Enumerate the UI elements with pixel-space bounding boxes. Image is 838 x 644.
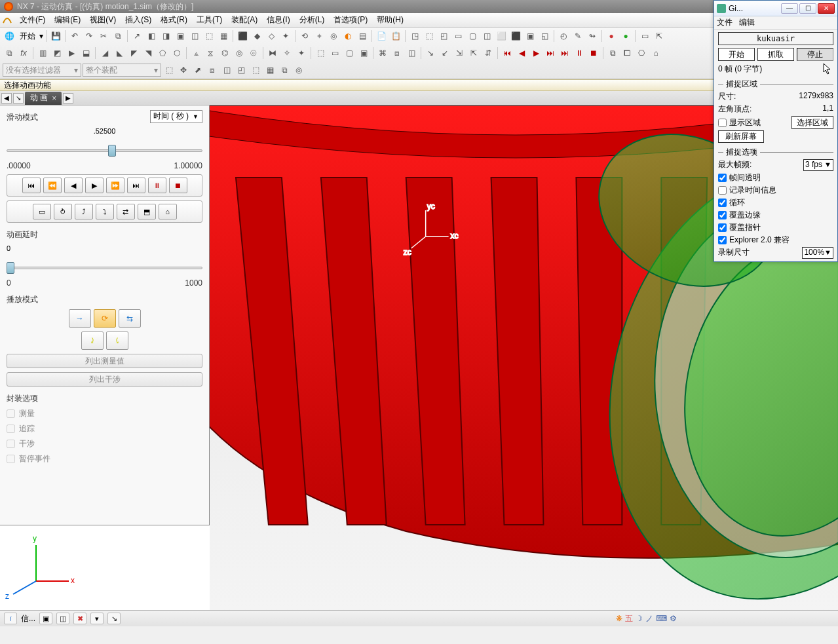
tool-icon[interactable]: ⬡ [170, 47, 183, 60]
tool-icon[interactable]: ⌬ [218, 47, 231, 60]
tool-icon[interactable]: ◨ [159, 29, 172, 43]
tool-icon[interactable]: ▢ [466, 29, 479, 43]
pause-button[interactable]: ⏸ [148, 178, 166, 193]
pause-icon[interactable]: ⏸ [573, 47, 586, 60]
check-trace[interactable]: 追踪 [7, 423, 202, 434]
tool-icon[interactable]: ⬚ [423, 29, 436, 43]
info-chip[interactable]: i [4, 613, 17, 624]
tool-icon[interactable]: ◣ [113, 47, 126, 60]
redo-icon[interactable]: ↷ [83, 29, 96, 43]
tool-icon[interactable]: ⧉ [3, 47, 16, 60]
menu-assembly[interactable]: 装配(A) [227, 13, 261, 27]
menu-edit[interactable]: 编辑(E) [50, 13, 85, 27]
tool-icon[interactable]: ⧖ [204, 47, 217, 60]
tool-icon[interactable]: ⬠ [156, 47, 169, 60]
last-icon[interactable]: ⏭ [558, 47, 571, 60]
tool-icon[interactable]: ▣ [174, 29, 187, 43]
gif-recorder-window[interactable]: Gi... — ☐ ✕ 文件 编辑 kukuasir 开始 抓取 停止 0 帧 … [714, 0, 838, 262]
tab-next[interactable]: ▶ [63, 93, 73, 104]
tool-icon[interactable]: ▭ [638, 29, 651, 43]
record-stop-button[interactable]: 停止 [797, 48, 833, 61]
option-button[interactable]: ⌂ [159, 204, 177, 219]
tool-icon[interactable]: ▶ [65, 47, 78, 60]
status-chip[interactable]: ▣ [39, 613, 52, 624]
next-icon[interactable]: ⏭ [544, 47, 557, 60]
tool-icon[interactable]: fx [17, 47, 30, 60]
play-loop-button[interactable]: ⟳ [94, 309, 116, 328]
opt-cover-pointer[interactable]: 覆盖指针 [718, 222, 833, 233]
selection-filter-combo[interactable]: 没有选择过滤器▾ [3, 64, 81, 77]
tool-icon[interactable]: ⬈ [191, 64, 204, 77]
tool-icon[interactable]: ✦ [295, 47, 308, 60]
option-button[interactable]: ⥁ [54, 204, 72, 219]
status-chip[interactable]: ◫ [56, 613, 69, 624]
tool-icon[interactable]: ↬ [586, 29, 599, 43]
gif-menu-edit[interactable]: 编辑 [739, 17, 755, 28]
opt-explorer[interactable]: Explorer 2.0 兼容 [718, 235, 833, 246]
tab-pin-icon[interactable]: ↘ [13, 93, 24, 104]
tool-icon[interactable]: ◧ [145, 29, 158, 43]
tool-icon[interactable]: ◰ [235, 64, 248, 77]
tool-icon[interactable]: ▣ [357, 47, 370, 60]
opt-record-time[interactable]: 记录时间信息 [718, 185, 833, 196]
close-icon[interactable]: × [52, 94, 56, 103]
menu-view[interactable]: 视图(V) [86, 13, 120, 27]
cut-icon[interactable]: ✂ [97, 29, 110, 43]
trace-button-1[interactable]: ⤸ [81, 331, 104, 350]
tool-icon[interactable]: ⬚ [162, 64, 176, 77]
tool-icon[interactable]: ⬚ [202, 29, 216, 43]
list-measure-button[interactable]: 列出测量值 [7, 354, 202, 368]
show-area-check[interactable]: 显示区域 [718, 116, 761, 129]
tab-prev[interactable]: ◀ [1, 93, 12, 104]
tool-icon[interactable]: ◴ [557, 29, 570, 43]
tool-icon[interactable]: ⬜ [495, 29, 508, 43]
delay-slider[interactable] [7, 256, 202, 275]
check-interference[interactable]: 干涉 [7, 438, 202, 449]
option-button[interactable]: ⬒ [138, 204, 156, 219]
scope-combo[interactable]: 整个装配▾ [83, 64, 161, 77]
tool-icon[interactable]: ◆ [250, 29, 263, 43]
globe-icon[interactable]: 🌐 [3, 29, 16, 43]
tool-icon[interactable]: ⟲ [298, 29, 311, 43]
tool-icon[interactable]: ◐ [341, 29, 354, 43]
trace-button-2[interactable]: ⤹ [106, 331, 128, 350]
tool-icon[interactable]: ⦾ [247, 47, 260, 60]
refresh-screen-button[interactable]: 刷新屏幕 [718, 130, 764, 143]
tool-icon[interactable]: ◫ [480, 29, 493, 43]
status-chip[interactable]: ✖ [73, 613, 86, 624]
tool-icon[interactable]: ▭ [451, 29, 465, 43]
goto-start-button[interactable]: ⏮ [22, 178, 41, 193]
tool-icon[interactable]: ⧠ [620, 47, 634, 60]
tool-icon[interactable]: ● [605, 29, 618, 43]
tool-icon[interactable]: ▦ [217, 29, 230, 43]
save-icon[interactable]: 💾 [49, 29, 62, 43]
tool-icon[interactable]: ◫ [220, 64, 233, 77]
tool-icon[interactable]: ⇲ [453, 47, 466, 60]
play-forward-button[interactable]: ▶ [85, 178, 104, 193]
menu-help[interactable]: 帮助(H) [373, 13, 408, 27]
check-pause-events[interactable]: 暂停事件 [7, 453, 202, 464]
tool-icon[interactable]: ⇱ [467, 47, 480, 60]
opt-loop[interactable]: 循环 [718, 197, 833, 208]
tool-icon[interactable]: ▤ [356, 29, 369, 43]
tool-icon[interactable]: ↙ [438, 47, 451, 60]
first-icon[interactable]: ⏮ [501, 47, 514, 60]
record-size-combo[interactable]: 100%▼ [802, 247, 833, 259]
tool-icon[interactable]: ▢ [343, 47, 356, 60]
prev-icon[interactable]: ◀ [515, 47, 528, 60]
tool-icon[interactable]: ↘ [424, 47, 437, 60]
tool-icon[interactable]: ✦ [279, 29, 292, 43]
tool-icon[interactable]: ⬚ [249, 64, 262, 77]
menu-insert[interactable]: 插入(S) [121, 13, 155, 27]
tool-icon[interactable]: ◳ [408, 29, 421, 43]
menu-format[interactable]: 格式(R) [157, 13, 191, 27]
tool-icon[interactable]: ◰ [437, 29, 450, 43]
maximize-button[interactable]: ☐ [799, 3, 816, 14]
gif-title-bar[interactable]: Gi... — ☐ ✕ [714, 1, 837, 16]
copy-icon[interactable]: ⧉ [111, 29, 124, 43]
record-grab-button[interactable]: 抓取 [757, 48, 794, 61]
step-back-button[interactable]: ⏪ [43, 178, 62, 193]
play-pingpong-button[interactable]: ⇆ [119, 309, 141, 328]
tool-icon[interactable]: ▦ [263, 64, 276, 77]
tool-icon[interactable]: ⧓ [266, 47, 279, 60]
